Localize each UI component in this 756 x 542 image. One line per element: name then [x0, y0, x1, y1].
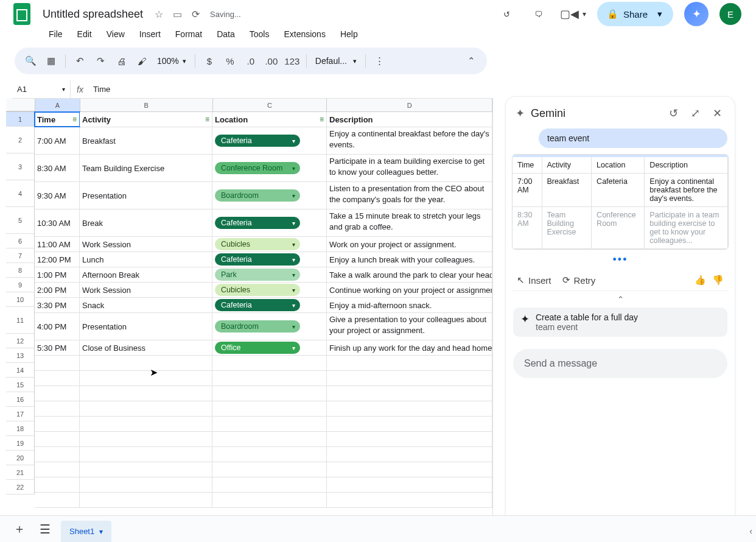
- sheet-tab-sheet1[interactable]: Sheet1 ▾: [61, 521, 111, 543]
- cell[interactable]: [212, 493, 327, 507]
- cell[interactable]: 10:30 AM: [35, 209, 80, 236]
- row-header[interactable]: 7: [6, 248, 35, 263]
- menu-format[interactable]: Format: [169, 27, 208, 41]
- cell[interactable]: [212, 432, 327, 446]
- doc-title[interactable]: Untitled spreadsheet: [39, 7, 147, 22]
- menu-edit[interactable]: Edit: [71, 27, 98, 41]
- row-header[interactable]: 12: [6, 334, 35, 348]
- cell[interactable]: [80, 417, 212, 431]
- share-caret-icon[interactable]: ▾: [653, 7, 667, 21]
- cell[interactable]: Take a walk around the park to clear you…: [327, 267, 492, 282]
- menu-insert[interactable]: Insert: [133, 27, 167, 41]
- location-chip[interactable]: Cafeteria▾: [215, 217, 300, 229]
- menus-icon[interactable]: ▦: [42, 52, 60, 70]
- location-chip[interactable]: Office▾: [215, 342, 300, 354]
- gemini-message-input[interactable]: Send a message: [513, 349, 727, 378]
- cell[interactable]: [327, 493, 492, 507]
- thumbs-up-icon[interactable]: 👍: [695, 275, 706, 286]
- menu-file[interactable]: File: [43, 27, 69, 41]
- cell[interactable]: [80, 432, 212, 446]
- select-all-corner[interactable]: [6, 99, 35, 111]
- cell[interactable]: Afternoon Break: [80, 267, 212, 282]
- cell[interactable]: [212, 356, 327, 370]
- cell[interactable]: Presentation: [80, 313, 212, 340]
- chevron-down-icon[interactable]: ▾: [99, 527, 103, 536]
- cell[interactable]: 3:30 PM: [35, 298, 80, 312]
- percent-icon[interactable]: %: [221, 52, 239, 70]
- cell[interactable]: Listen to a presentation from the CEO ab…: [327, 182, 492, 209]
- paint-format-icon[interactable]: 🖌: [133, 52, 151, 70]
- cell[interactable]: [80, 447, 212, 462]
- row-header[interactable]: 3: [6, 153, 35, 180]
- cell[interactable]: Work Session: [80, 283, 212, 297]
- cell[interactable]: [80, 356, 212, 370]
- cell[interactable]: Breakfast: [80, 127, 212, 154]
- menu-help[interactable]: Help: [334, 27, 364, 41]
- menu-data[interactable]: Data: [211, 27, 241, 41]
- cell[interactable]: [35, 447, 80, 462]
- cell[interactable]: [327, 356, 492, 370]
- search-icon[interactable]: 🔍: [21, 52, 40, 70]
- row-header[interactable]: 16: [6, 392, 35, 407]
- cell-location[interactable]: Boardroom▾: [212, 182, 327, 209]
- cell[interactable]: [327, 417, 492, 431]
- more-tools-icon[interactable]: ⋮: [371, 52, 389, 70]
- col-header-B[interactable]: B: [80, 99, 213, 111]
- cell[interactable]: [35, 356, 80, 370]
- cell[interactable]: Continue working on your project or assi…: [327, 283, 492, 297]
- row-header[interactable]: 17: [6, 407, 35, 421]
- gemini-suggestion[interactable]: ✦ Create a table for a full day team eve…: [513, 308, 727, 337]
- cell[interactable]: Participate in a team building exercise …: [327, 155, 492, 181]
- row-header[interactable]: 21: [6, 465, 35, 480]
- meet-button[interactable]: ▢◀ ▾: [560, 7, 586, 21]
- cell[interactable]: [35, 493, 80, 507]
- location-chip[interactable]: Boardroom▾: [215, 320, 300, 333]
- move-icon[interactable]: ▭: [171, 8, 183, 20]
- gemini-insert-button[interactable]: ↖ Insert: [517, 275, 551, 286]
- cell-location[interactable]: Cafeteria▾: [212, 209, 327, 236]
- cell[interactable]: Enjoy a lunch break with your colleagues…: [327, 252, 492, 267]
- cell-location[interactable]: Cubicles▾: [212, 237, 327, 252]
- show-sidepanel-icon[interactable]: ‹: [749, 526, 752, 536]
- cell[interactable]: Snack: [80, 298, 212, 312]
- collapse-suggestions-icon[interactable]: ⌃: [512, 295, 729, 304]
- cell[interactable]: [327, 447, 492, 462]
- cell[interactable]: Lunch: [80, 252, 212, 267]
- print-icon[interactable]: 🖨: [112, 52, 130, 70]
- cell[interactable]: Break: [80, 209, 212, 236]
- cell[interactable]: 9:30 AM: [35, 182, 80, 209]
- row-header[interactable]: 5: [6, 207, 35, 234]
- row-header[interactable]: 9: [6, 278, 35, 292]
- cell[interactable]: [327, 371, 492, 385]
- row-header[interactable]: 11: [6, 307, 35, 334]
- row-header[interactable]: 2: [6, 127, 35, 153]
- cell-location[interactable]: Cubicles▾: [212, 283, 327, 297]
- cell[interactable]: 8:30 AM: [35, 155, 80, 181]
- cell-location[interactable]: Cafeteria▾: [212, 298, 327, 312]
- cell[interactable]: [35, 477, 80, 492]
- cell[interactable]: [327, 386, 492, 401]
- row-header[interactable]: 13: [6, 348, 35, 363]
- sheets-logo[interactable]: [10, 2, 34, 26]
- cell-location[interactable]: Boardroom▾: [212, 313, 327, 340]
- cell[interactable]: [35, 386, 80, 401]
- col-header-D[interactable]: D: [327, 99, 492, 111]
- menu-tools[interactable]: Tools: [243, 27, 276, 41]
- star-icon[interactable]: ☆: [153, 8, 165, 20]
- location-chip[interactable]: Cafeteria▾: [215, 299, 300, 311]
- location-chip[interactable]: Boardroom▾: [215, 189, 300, 202]
- cell[interactable]: [35, 462, 80, 477]
- row-header[interactable]: 4: [6, 180, 35, 207]
- cell[interactable]: [212, 417, 327, 431]
- cell[interactable]: 2:00 PM: [35, 283, 80, 297]
- row-header[interactable]: 14: [6, 363, 35, 378]
- collapse-toolbar-icon[interactable]: ⌃: [462, 52, 480, 70]
- cell[interactable]: 12:00 PM: [35, 252, 80, 267]
- cell[interactable]: Activity≡: [80, 112, 212, 127]
- cell-location[interactable]: Cafeteria▾: [212, 252, 327, 267]
- cell-location[interactable]: Cafeteria▾: [212, 127, 327, 154]
- cell[interactable]: [212, 477, 327, 492]
- cell[interactable]: Description: [327, 112, 492, 127]
- menu-view[interactable]: View: [100, 27, 131, 41]
- cell[interactable]: Enjoy a mid-afternoon snack.: [327, 298, 492, 312]
